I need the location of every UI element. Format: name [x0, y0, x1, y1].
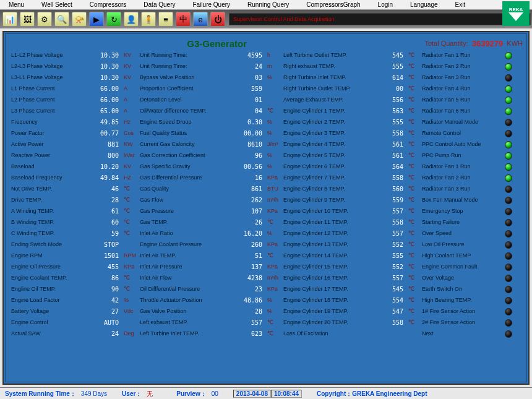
status-led: [505, 297, 512, 304]
col3-label-0: Left Turbine Outlet TEMP.: [281, 50, 377, 61]
col1-label-3: L1 Phase Current: [9, 84, 85, 94]
col3-label-8: Engine Cylinder 4 TEMP.: [281, 139, 377, 150]
col1-value-8: 881: [86, 139, 121, 150]
total-unit: KWH: [507, 40, 523, 47]
menu-exit[interactable]: Exit: [447, 1, 474, 8]
tb-5[interactable]: 📯: [72, 12, 87, 27]
status-led: [505, 308, 512, 315]
col2-unit-16: %: [265, 228, 280, 239]
col2-value-15: 26: [230, 217, 264, 228]
col1-unit-6: Hz: [122, 117, 137, 127]
col4-label-0: Radiator Fan 1 Run: [420, 50, 502, 61]
status-led: [505, 174, 512, 182]
main-frame: G3-Generator Total Quantity: 3639279 KWH…: [2, 31, 530, 385]
col1-unit-16: ℃: [122, 228, 137, 239]
col3-value-0: 545: [378, 50, 405, 61]
tb-power[interactable]: ⏻: [210, 12, 225, 27]
menu-failure-query[interactable]: Failure Query: [184, 1, 239, 8]
tb-2[interactable]: 🖼: [20, 12, 35, 27]
col2-value-5: 04: [230, 106, 264, 116]
tb-1[interactable]: 📊: [2, 12, 17, 27]
status-led: [505, 52, 512, 59]
tb-3[interactable]: ⚙: [37, 12, 52, 27]
col2-label-15: Gas TEMP.: [138, 217, 228, 228]
col1-label-9: Reactive Power: [9, 150, 85, 161]
tb-person[interactable]: 🧍: [141, 12, 156, 27]
col4-label-25: Next: [420, 328, 502, 339]
menu-language[interactable]: Language: [401, 1, 447, 8]
status-led: [505, 319, 512, 327]
col3-value-13: 559: [378, 195, 405, 205]
col2-value-8: 8610: [230, 139, 264, 150]
col4-label-24: 2# Fire Sensor Action: [420, 317, 502, 328]
menu-compressors[interactable]: Compressors: [81, 1, 135, 8]
col2-label-11: Gas Differential Pressure: [138, 173, 228, 183]
col1-value-15: 60: [86, 217, 121, 228]
col1-label-5: L3 Phase Current: [9, 106, 85, 116]
col1-label-1: L2-L3 Phase Voltage: [9, 61, 85, 72]
col2-unit-5: ℃: [265, 106, 280, 116]
col2-value-18: 51: [230, 251, 264, 261]
col1-unit-14: ℃: [122, 206, 137, 217]
col2-label-3: Proportion Coefficient: [138, 84, 228, 94]
col1-label-22: Engine Load Factor: [9, 295, 85, 306]
col3-label-13: Engine Cylinder 9 TEMP.: [281, 195, 377, 205]
menu-running-query[interactable]: Running Query: [239, 1, 298, 8]
col4-label-6: Radiator Manual Mode: [420, 117, 502, 127]
tb-ie[interactable]: e: [193, 12, 208, 27]
col2-value-4: 01: [230, 95, 264, 105]
menu-menu[interactable]: Menu: [0, 1, 33, 8]
col4-led-7: [503, 128, 514, 139]
col2-label-16: Inlet Air Ratio: [138, 228, 228, 239]
menu-data-query[interactable]: Data Query: [135, 1, 184, 8]
status-led: [505, 275, 512, 282]
col3-value-6: 555: [378, 117, 405, 127]
col1-value-3: 66.00: [86, 84, 121, 94]
menu-compressorsgraph[interactable]: CompressorsGraph: [298, 1, 369, 8]
tb-user[interactable]: 👤: [124, 12, 139, 27]
col2-label-14: Gas Pressure: [138, 206, 228, 217]
col2-label-2: Bypass Valve Position: [138, 72, 228, 83]
col2-unit-13: m³/h: [265, 195, 280, 205]
col4-led-14: [503, 206, 514, 217]
total-value: 3639279: [472, 39, 504, 48]
tb-refresh[interactable]: ↻: [106, 12, 121, 27]
col3-unit-12: ℃: [406, 184, 419, 194]
col4-led-20: [503, 273, 514, 283]
col1-label-23: Battery Voltage: [9, 306, 85, 317]
col2-label-24: Left exhaust TEMP.: [138, 317, 228, 328]
col4-label-13: Box Fan Manual Mode: [420, 195, 502, 205]
col4-label-1: Radiator Fan 2 Run: [420, 61, 502, 72]
tb-list[interactable]: ≡: [158, 12, 173, 27]
col3-label-25: Loss Of Excitation: [281, 328, 377, 339]
col2-unit-2: %: [265, 72, 280, 83]
status-led: [505, 119, 512, 126]
col1-value-20: 86: [86, 273, 121, 283]
col3-value-11: 558: [378, 173, 405, 183]
menu-well-select[interactable]: Well Select: [33, 1, 81, 8]
total-label: Total Quantity:: [424, 40, 468, 47]
col3-value-23: 547: [378, 306, 405, 317]
col3-label-15: Engine Cylinder 11 TEMP.: [281, 217, 377, 228]
col4-led-25: [503, 328, 514, 339]
col3-value-7: 558: [378, 128, 405, 139]
tb-play[interactable]: ▶: [89, 12, 104, 27]
col4-led-3: [503, 84, 514, 94]
col1-value-23: 27: [86, 306, 121, 317]
menu-login[interactable]: Login: [369, 1, 401, 8]
col2-unit-25: ℃: [265, 328, 280, 339]
col1-label-21: Engline Oil TEMP.: [9, 284, 85, 294]
col1-label-6: Frequency: [9, 117, 85, 127]
tb-4[interactable]: 🔍: [54, 12, 69, 27]
col3-value-21: 545: [378, 284, 405, 294]
status-led: [505, 97, 512, 104]
col3-unit-25: [406, 328, 419, 339]
col1-label-15: B Winding TEMP.: [9, 217, 85, 228]
col3-label-24: Engine Cylinder 20 TEMP.: [281, 317, 377, 328]
tb-cn[interactable]: 中: [176, 12, 191, 27]
col2-unit-17: KPa: [265, 239, 280, 250]
col3-value-15: 558: [378, 217, 405, 228]
col2-value-24: 557: [230, 317, 264, 328]
col1-unit-18: RPM: [122, 251, 137, 261]
col1-unit-19: KPa: [122, 262, 137, 272]
